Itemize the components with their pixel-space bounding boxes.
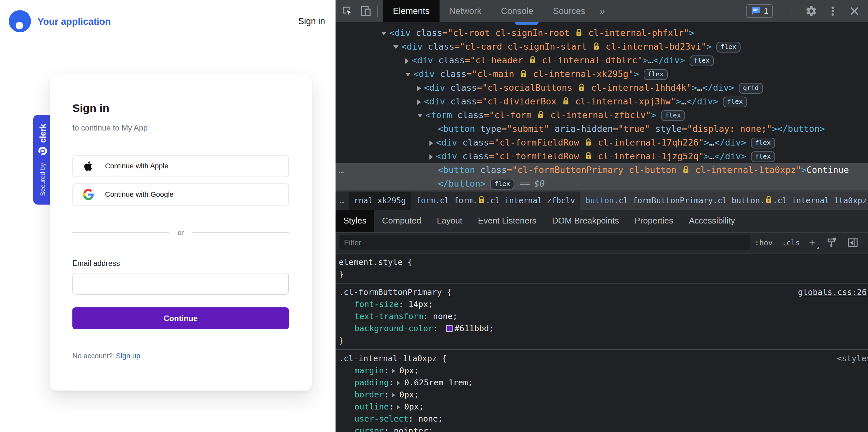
tree-row[interactable]: <div class="cl-formFieldRow cl-internal-…: [336, 149, 868, 163]
inspect-element-icon[interactable]: [341, 5, 353, 17]
twisty-collapsed-icon[interactable]: [429, 141, 433, 146]
lock-icon: [578, 82, 585, 95]
sidebar-tab-dom-breakpoints[interactable]: DOM Breakpoints: [544, 210, 627, 232]
css-property[interactable]: user-select: none;: [336, 413, 868, 425]
layout-badge-flex[interactable]: flex: [723, 96, 747, 107]
layout-badge-grid[interactable]: grid: [739, 83, 763, 94]
tab-elements[interactable]: Elements: [383, 0, 439, 22]
css-property[interactable]: cursor: pointer;: [336, 425, 868, 432]
breadcrumb-item[interactable]: button.cl-formButtonPrimary.cl-button..c…: [580, 192, 868, 210]
twisty-collapsed-icon[interactable]: [417, 86, 421, 91]
layout-badge-flex[interactable]: flex: [751, 138, 775, 148]
css-selector[interactable]: .cl-internal-1ta0xpz: [339, 354, 437, 363]
breadcrumb-item[interactable]: rnal-xk295g: [348, 192, 411, 210]
tree-row[interactable]: <div class="cl-socialButtons cl-internal…: [336, 81, 868, 95]
code-tag: <div: [412, 55, 433, 65]
property-value: #611bbd;: [455, 324, 494, 333]
more-tabs-chevron[interactable]: »: [600, 5, 605, 17]
tree-node-open-tag: …<button class="cl-formButtonPrimary cl-…: [336, 163, 868, 177]
code-tag: >: [692, 83, 697, 93]
tree-row[interactable]: <div class="cl-card cl-signIn-start cl-i…: [336, 40, 868, 54]
layout-badge-flex[interactable]: flex: [690, 55, 714, 66]
sidebar-tab-layout[interactable]: Layout: [429, 210, 470, 232]
tree-row[interactable]: <div class="cl-formFieldRow cl-internal-…: [336, 136, 868, 149]
tab-network[interactable]: Network: [439, 0, 491, 22]
tree-row[interactable]: <button type="submit" aria-hidden="true"…: [336, 122, 868, 136]
expand-shorthand-icon[interactable]: [392, 369, 395, 373]
tree-row[interactable]: <form class="cl-form cl-internal-zfbclv"…: [336, 108, 868, 122]
breadcrumb-item[interactable]: form.cl-form..cl-internal-zfbclv: [411, 192, 580, 210]
sidebar-tab-styles[interactable]: Styles: [336, 210, 374, 232]
breadcrumb-overflow[interactable]: …: [336, 196, 348, 205]
styles-filter-input[interactable]: [339, 235, 750, 250]
css-property[interactable]: margin:0px;: [336, 365, 868, 377]
layout-badge-flex[interactable]: flex: [515, 22, 539, 25]
sidebar-tab-computed[interactable]: Computed: [374, 210, 429, 232]
css-property[interactable]: background-color: #611bbd;: [336, 322, 868, 335]
layout-badge-flex[interactable]: flex: [661, 110, 685, 121]
expand-shorthand-icon[interactable]: [397, 405, 400, 409]
layout-badge-flex[interactable]: flex: [490, 179, 514, 190]
sidebar-tab-properties[interactable]: Properties: [627, 210, 681, 232]
css-property[interactable]: text-transform: none;: [336, 310, 868, 322]
tree-row[interactable]: <div class="cl-main cl-internal-xk295g">…: [336, 67, 868, 81]
twisty-expanded-icon[interactable]: [417, 114, 423, 117]
css-property[interactable]: font-size: 14px;: [336, 298, 868, 310]
rendering-emulation-icon[interactable]: [826, 237, 837, 248]
tab-sources[interactable]: Sources: [543, 0, 595, 22]
tree-row-selected[interactable]: …<button class="cl-formButtonPrimary cl-…: [336, 163, 868, 191]
layout-badge-flex[interactable]: flex: [716, 42, 741, 53]
twisty-expanded-icon[interactable]: [393, 45, 399, 49]
twisty-collapsed-icon[interactable]: [405, 58, 409, 64]
twisty-expanded-icon[interactable]: [405, 73, 410, 76]
header-signin-link[interactable]: Sign in: [298, 16, 325, 26]
css-property[interactable]: border:0px;: [336, 388, 868, 401]
tree-row[interactable]: <div class="cl-root cl-signIn-root cl-in…: [336, 26, 868, 40]
twisty-expanded-icon[interactable]: [381, 32, 386, 35]
kebab-menu-icon[interactable]: [827, 5, 839, 17]
code-tag: >: [706, 41, 712, 52]
space: [438, 324, 443, 333]
continue-with-google-button[interactable]: Continue with Google: [72, 183, 289, 206]
property-name: outline: [354, 402, 389, 411]
toggle-classes-button[interactable]: .cls: [782, 238, 800, 247]
expand-shorthand-icon[interactable]: [392, 393, 395, 397]
css-selector[interactable]: element.style: [339, 257, 403, 267]
secured-by-clerk-badge[interactable]: Secured by clerk: [33, 115, 52, 205]
twisty-collapsed-icon[interactable]: [417, 99, 421, 105]
device-toolbar-icon[interactable]: [360, 5, 372, 17]
signup-link[interactable]: Sign up: [116, 352, 141, 360]
tree-row[interactable]: class="cl-rootBox"">flex: [336, 22, 868, 26]
css-property[interactable]: outline:0px;: [336, 401, 868, 413]
close-devtools-icon[interactable]: [848, 5, 860, 17]
layout-badge-flex[interactable]: flex: [644, 69, 668, 80]
css-property[interactable]: padding:0.625rem 1rem;: [336, 377, 868, 388]
tree-row[interactable]: <div class="cl-dividerBox cl-internal-xp…: [336, 95, 868, 108]
css-selector[interactable]: .cl-formButtonPrimary: [339, 287, 442, 297]
collapse-panel-icon[interactable]: [847, 237, 858, 248]
continue-button[interactable]: Continue: [72, 307, 289, 329]
clerk-wordmark: clerk: [38, 124, 48, 143]
code-attr-value: ="cl-formFieldRow: [489, 151, 585, 161]
stylesheet-link[interactable]: globals.css:26: [798, 286, 867, 298]
tab-console[interactable]: Console: [491, 0, 543, 22]
stylesheet-link[interactable]: <style>: [837, 352, 868, 365]
app-logo-dot: [16, 22, 23, 29]
toggle-hover-state-button[interactable]: :hov: [755, 238, 773, 247]
sidebar-tab-accessibility[interactable]: Accessibility: [681, 210, 743, 232]
sidebar-tab-event-listeners[interactable]: Event Listeners: [470, 210, 544, 232]
color-swatch[interactable]: [446, 325, 453, 332]
settings-gear-icon[interactable]: [805, 5, 817, 17]
code-attr-value: ="cl-form: [484, 110, 537, 120]
email-input[interactable]: [72, 273, 289, 295]
continue-with-apple-button[interactable]: Continue with Apple: [72, 155, 289, 177]
equals-sign: ==: [520, 178, 530, 189]
new-style-rule-button[interactable]: +: [809, 237, 815, 248]
console-messages-button[interactable]: 1: [746, 4, 773, 18]
row-overflow-dots[interactable]: …: [339, 163, 344, 177]
layout-badge-flex[interactable]: flex: [751, 151, 775, 162]
twisty-collapsed-icon[interactable]: [429, 154, 433, 160]
css-rule: .cl-formButtonPrimary {globals.css:26fon…: [336, 284, 868, 350]
expand-shorthand-icon[interactable]: [397, 381, 400, 385]
tree-row[interactable]: <div class="cl-header cl-internal-dtblrc…: [336, 54, 868, 67]
